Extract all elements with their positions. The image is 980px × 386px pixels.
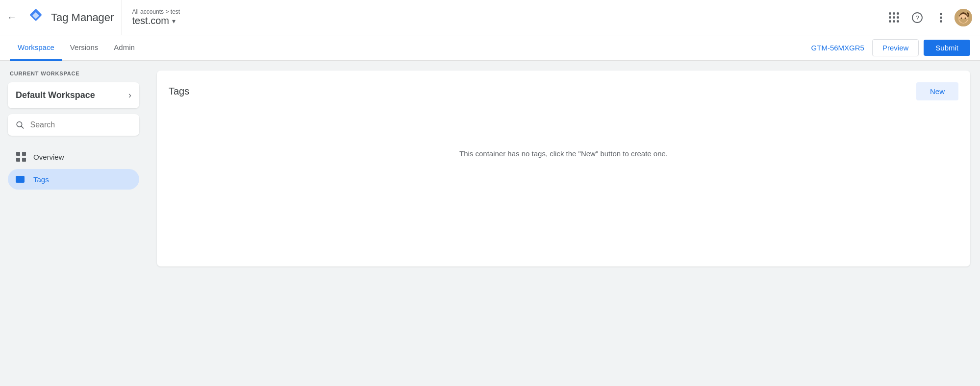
svg-point-10 bbox=[965, 17, 966, 19]
sidebar-item-overview[interactable]: Overview bbox=[8, 145, 139, 168]
tags-icon bbox=[16, 175, 26, 184]
current-workspace-label: CURRENT WORKSPACE bbox=[8, 71, 139, 76]
tags-empty-state: This container has no tags, click the "N… bbox=[169, 110, 958, 197]
tab-versions[interactable]: Versions bbox=[62, 35, 106, 61]
workspace-arrow-icon: › bbox=[128, 90, 131, 100]
account-selector[interactable]: test.com ▾ bbox=[132, 15, 180, 26]
sidebar-nav: Overview Tags bbox=[8, 145, 139, 190]
help-icon: ? bbox=[912, 12, 923, 23]
svg-rect-13 bbox=[16, 152, 20, 156]
search-input[interactable] bbox=[30, 121, 132, 129]
svg-rect-14 bbox=[22, 152, 26, 156]
app-title: Tag Manager bbox=[51, 11, 114, 24]
svg-rect-15 bbox=[16, 158, 20, 162]
empty-state-message: This container has no tags, click the "N… bbox=[459, 149, 668, 158]
gtm-id[interactable]: GTM-56MXGR5 bbox=[811, 44, 864, 52]
grid-icon bbox=[889, 12, 899, 23]
sidebar-item-tags[interactable]: Tags bbox=[8, 169, 139, 190]
sidebar: CURRENT WORKSPACE Default Workspace › Ov… bbox=[0, 61, 147, 386]
content-area: Tags New This container has no tags, cli… bbox=[147, 61, 980, 386]
main-layout: CURRENT WORKSPACE Default Workspace › Ov… bbox=[0, 61, 980, 386]
tab-admin[interactable]: Admin bbox=[106, 35, 143, 61]
new-tag-button[interactable]: New bbox=[916, 82, 958, 100]
apps-button[interactable] bbox=[884, 8, 904, 27]
more-vert-icon bbox=[940, 13, 942, 23]
sidebar-item-overview-label: Overview bbox=[33, 153, 64, 161]
svg-rect-16 bbox=[22, 158, 26, 162]
workspace-name: Default Workspace bbox=[16, 90, 95, 100]
nav-tabs: Workspace Versions Admin GTM-56MXGR5 Pre… bbox=[0, 35, 980, 61]
svg-rect-18 bbox=[18, 178, 25, 181]
search-box[interactable] bbox=[8, 114, 139, 136]
submit-button[interactable]: Submit bbox=[924, 40, 970, 56]
svg-point-4 bbox=[940, 13, 942, 15]
avatar[interactable] bbox=[955, 9, 972, 26]
svg-point-9 bbox=[961, 17, 962, 19]
overview-icon bbox=[16, 151, 26, 162]
back-button[interactable]: ← bbox=[0, 0, 24, 35]
tags-card-header: Tags New bbox=[169, 82, 958, 100]
svg-line-12 bbox=[21, 126, 23, 128]
logo-icon bbox=[25, 7, 46, 28]
account-chevron-icon: ▾ bbox=[172, 17, 176, 25]
search-icon bbox=[16, 120, 25, 130]
workspace-selector[interactable]: Default Workspace › bbox=[8, 82, 139, 108]
top-header: ← Tag Manager All accounts > test test.c… bbox=[0, 0, 980, 35]
preview-button[interactable]: Preview bbox=[872, 39, 919, 56]
svg-point-6 bbox=[940, 20, 942, 23]
tags-card: Tags New This container has no tags, cli… bbox=[157, 71, 970, 266]
logo-area: Tag Manager bbox=[24, 0, 122, 35]
user-avatar-icon bbox=[955, 9, 972, 26]
account-breadcrumb: All accounts > test bbox=[132, 8, 180, 15]
help-button[interactable]: ? bbox=[907, 8, 927, 27]
sidebar-item-tags-label: Tags bbox=[33, 175, 49, 184]
svg-point-5 bbox=[940, 16, 942, 19]
svg-text:?: ? bbox=[915, 14, 919, 22]
header-icons: ? bbox=[884, 8, 972, 27]
tags-panel-title: Tags bbox=[169, 86, 189, 97]
tab-workspace[interactable]: Workspace bbox=[10, 35, 62, 61]
more-options-button[interactable] bbox=[931, 8, 951, 27]
account-area: All accounts > test test.com ▾ bbox=[122, 8, 190, 26]
